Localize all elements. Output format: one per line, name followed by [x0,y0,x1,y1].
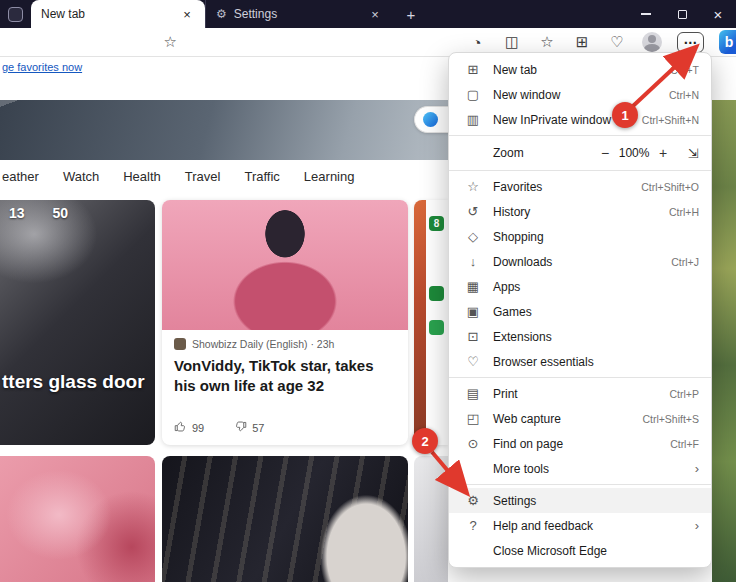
minimize-icon [641,13,651,15]
menu-item-shortcut: Ctrl+Shift+S [642,413,699,425]
favorites-banner: ge favorites now [0,57,448,76]
menu-item-label: Apps [493,280,699,294]
menu-item-apps[interactable]: ▦ Apps [449,274,711,299]
manage-favorites-link[interactable]: ge favorites now [2,61,82,73]
collections-icon[interactable]: ⊞ [572,33,592,51]
partial-card[interactable] [414,456,448,582]
split-screen-icon[interactable]: ◫ [502,33,522,51]
menu-item-history[interactable]: ↺ History Ctrl+H [449,199,711,224]
menu-item-shortcut: Ctrl+T [670,64,699,76]
menu-item-label: Find on page [493,437,670,451]
nav-item-traffic[interactable]: Traffic [244,169,279,184]
favorites-star-icon: ☆ [465,179,481,194]
settings-and-more-button[interactable]: ⋯ [677,32,704,53]
nav-item-weather[interactable]: eather [2,169,39,184]
menu-item-shortcut: Ctrl+F [670,438,699,450]
profile-avatar[interactable] [642,32,662,52]
games-icon: ▣ [465,304,481,319]
like-control[interactable]: 99 [174,420,204,435]
tab-close-icon[interactable]: × [179,6,195,22]
new-tab-icon: ⊞ [465,62,481,77]
article-card[interactable]: Showbizz Daily (English) · 23h VonViddy,… [162,200,408,445]
menu-item-label: Shopping [493,230,699,244]
menu-item-shopping[interactable]: ◇ Shopping [449,224,711,249]
menu-separator [449,170,711,171]
game-badge[interactable] [429,320,444,335]
video-caption: tters glass door [2,371,145,393]
menu-item-favorites[interactable]: ☆ Favorites Ctrl+Shift+O [449,174,711,199]
article-headline[interactable]: VonViddy, TikTok star, takes his own lif… [174,356,396,396]
games-rail-card[interactable]: 8 [414,200,448,445]
menu-item-new-window[interactable]: ▢ New window Ctrl+N [449,82,711,107]
menu-item-new-tab[interactable]: ⊞ New tab Ctrl+T [449,57,711,82]
tab-new-tab[interactable]: New tab × [31,0,205,28]
menu-item-help-and-feedback[interactable]: ? Help and feedback › [449,513,711,538]
browser-essentials-icon[interactable]: ♡ [607,33,627,51]
menu-item-label: Browser essentials [493,355,699,369]
toolbar-icons: ◔ ◫ ☆ ⊞ ♡ ⋯ b [467,30,736,54]
photo-card[interactable] [0,456,155,582]
tab-close-icon[interactable]: × [367,6,383,22]
menu-item-print[interactable]: ▤ Print Ctrl+P [449,381,711,406]
edge-sidebar-logo-icon[interactable]: b [719,30,736,54]
gear-icon: ⚙ [216,7,227,21]
zoom-out-button[interactable]: − [596,145,614,161]
menu-item-extensions[interactable]: ⊡ Extensions [449,324,711,349]
video-timestamps: 13 50 [9,205,68,221]
menu-item-browser-essentials[interactable]: ♡ Browser essentials [449,349,711,374]
menu-item-zoom: Zoom − 100% + ⇲ [449,139,711,167]
extensions-puzzle-icon: ⊡ [465,329,481,344]
shopping-tag-icon: ◇ [465,229,481,244]
zoom-in-button[interactable]: + [654,145,672,161]
menu-item-find-on-page[interactable]: ⊙ Find on page Ctrl+F [449,431,711,456]
video-card[interactable]: 13 50 tters glass door [0,200,155,445]
favorites-icon[interactable]: ☆ [537,33,557,51]
zoom-label: Zoom [493,146,596,160]
menu-item-label: Web capture [493,412,642,426]
background-trees-image [712,100,736,582]
window-controls: × [628,0,736,28]
menu-item-more-tools[interactable]: More tools › [449,456,711,481]
menu-item-label: New window [493,88,669,102]
source-logo-icon [174,338,186,350]
copilot-icon[interactable]: ◔ [467,34,487,51]
bing-icon [423,112,438,127]
game-badge[interactable]: 8 [429,216,444,231]
menu-item-new-inprivate-window[interactable]: ▥ New InPrivate window Ctrl+Shift+N [449,107,711,132]
add-favorite-star-icon[interactable]: ☆ [164,33,177,51]
annotation-step-2: 2 [412,428,438,454]
close-button[interactable]: × [700,0,736,28]
address-bar[interactable]: ☆ [0,28,467,56]
maximize-button[interactable] [664,0,700,28]
dislike-control[interactable]: 57 [234,420,264,435]
new-tab-button[interactable]: + [399,3,423,25]
nav-item-health[interactable]: Health [123,169,161,184]
nav-item-travel[interactable]: Travel [185,169,221,184]
tab-actions-icon[interactable] [8,7,23,22]
nav-item-watch[interactable]: Watch [63,169,99,184]
menu-item-close-microsoft-edge[interactable]: Close Microsoft Edge [449,538,711,563]
menu-item-label: New tab [493,63,670,77]
menu-item-label: Extensions [493,330,699,344]
menu-item-settings[interactable]: ⚙ Settings [449,488,711,513]
article-source: Showbizz Daily (English) · 23h [192,338,334,350]
stage-photo-card[interactable] [162,456,408,582]
menu-separator [449,135,711,136]
menu-item-web-capture[interactable]: ◰ Web capture Ctrl+Shift+S [449,406,711,431]
menu-item-downloads[interactable]: ↓ Downloads Ctrl+J [449,249,711,274]
menu-separator [449,484,711,485]
menu-item-label: Close Microsoft Edge [493,544,699,558]
article-image [162,200,408,330]
thumb-down-icon [234,420,247,435]
web-capture-icon: ◰ [465,411,481,426]
menu-item-shortcut: Ctrl+Shift+N [642,114,699,126]
menu-item-label: Help and feedback [493,519,687,533]
nav-item-learning[interactable]: Learning [304,169,355,184]
new-window-icon: ▢ [465,87,481,102]
fullscreen-icon[interactable]: ⇲ [688,146,699,161]
game-badge[interactable] [429,286,444,301]
edge-browser-window: New tab × ⚙ Settings × + × ☆ ◔ ◫ ☆ ⊞ ♡ ⋯… [0,0,736,582]
minimize-button[interactable] [628,0,664,28]
menu-item-games[interactable]: ▣ Games [449,299,711,324]
tab-settings[interactable]: ⚙ Settings × [205,0,393,28]
